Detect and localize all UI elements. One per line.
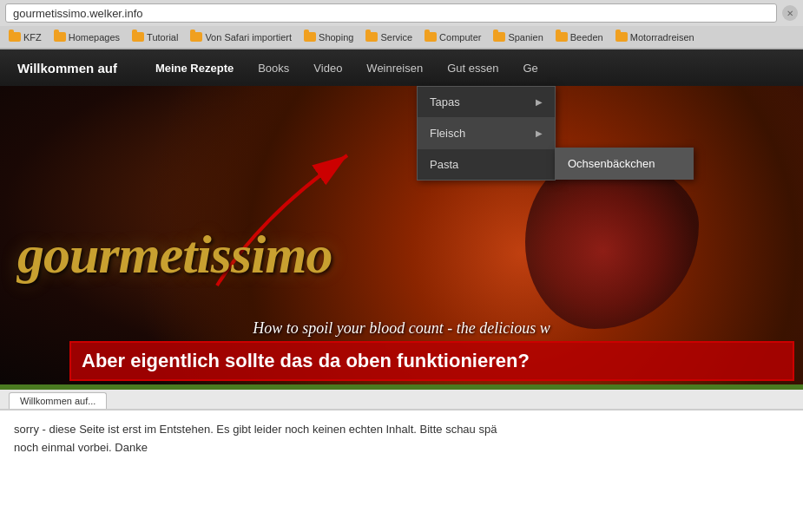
bookmark-item-shoping[interactable]: Shoping [299, 30, 359, 44]
folder-icon [425, 32, 437, 42]
hero-logo: gourmetissimo [17, 224, 332, 286]
browser-chrome: gourmetissimo.welker.info ✕ KFZHomepages… [0, 0, 803, 49]
nav-items: Meine RezepteBooksVideoWeinreisenGut ess… [143, 49, 550, 86]
fleisch-label: Fleisch [430, 127, 465, 140]
bookmark-item-spanien[interactable]: Spanien [488, 30, 548, 44]
nav-brand: Willkommen auf [17, 61, 117, 76]
nav-item-meine-rezepte[interactable]: Meine Rezepte [143, 49, 246, 86]
folder-icon [556, 32, 568, 42]
bookmark-label: Computer [439, 32, 481, 43]
bookmark-label: Service [380, 32, 412, 43]
fleisch-arrow: ▶ [536, 128, 543, 138]
annotation-box: Aber eigentlich sollte das da oben funkt… [69, 341, 794, 381]
nav-item-books[interactable]: Books [246, 49, 301, 86]
hero: gourmetissimo How to spoil your blood co… [0, 86, 803, 390]
tab-willkommen[interactable]: Willkommen auf... [9, 392, 107, 409]
submenu-item-ochsenbaeckchen[interactable]: Ochsenbäckchen [556, 148, 693, 179]
tapas-arrow: ▶ [536, 97, 543, 107]
dropdown-menu: Tapas ▶ Fleisch ▶ Ochsenbäckchen Pasta [417, 86, 556, 181]
folder-icon [304, 32, 316, 42]
content-text-2: noch einmal vorbei. Danke [14, 439, 789, 457]
dropdown-item-pasta[interactable]: Pasta [418, 149, 555, 180]
url-text: gourmetissimo.welker.info [13, 7, 143, 20]
nav-bar: Willkommen auf Meine RezepteBooksVideoWe… [0, 49, 803, 86]
bookmark-item-von-safari-importiert[interactable]: Von Safari importiert [185, 30, 297, 44]
bookmark-label: Tutorial [147, 32, 178, 43]
bookmark-label: KFZ [23, 32, 42, 43]
bookmark-label: Shoping [319, 32, 353, 43]
annotation-text: Aber eigentlich sollte das da oben funkt… [82, 350, 530, 371]
bookmark-label: Von Safari importiert [205, 32, 292, 43]
pasta-label: Pasta [430, 158, 458, 171]
dropdown-container: Tapas ▶ Fleisch ▶ Ochsenbäckchen Pasta [417, 86, 556, 181]
folder-icon [365, 32, 378, 42]
bookmark-label: Homepages [69, 32, 120, 43]
bookmark-item-beeden[interactable]: Beeden [550, 30, 609, 44]
tapas-label: Tapas [430, 95, 460, 108]
bookmark-label: Spanien [508, 32, 543, 43]
submenu: Ochsenbäckchen [555, 148, 694, 180]
green-bar [0, 384, 803, 390]
nav-item-weinreisen[interactable]: Weinreisen [354, 49, 435, 86]
dropdown-item-fleisch[interactable]: Fleisch ▶ Ochsenbäckchen [418, 118, 555, 149]
bookmarks-bar: KFZHomepagesTutorialVon Safari importier… [0, 26, 803, 49]
nav-item-gut-essen[interactable]: Gut essen [435, 49, 510, 86]
folder-icon [54, 32, 66, 42]
bookmark-label: Motorradreisen [630, 32, 694, 43]
folder-icon [9, 32, 21, 42]
address-bar-row: gourmetissimo.welker.info ✕ [0, 0, 803, 26]
address-bar[interactable]: gourmetissimo.welker.info [5, 3, 777, 23]
folder-icon [615, 32, 628, 42]
bookmark-item-computer[interactable]: Computer [419, 30, 486, 44]
bookmark-item-homepages[interactable]: Homepages [49, 30, 125, 44]
bookmark-label: Beeden [570, 32, 603, 43]
nav-item-ge[interactable]: Ge [510, 49, 550, 86]
nav-item-video[interactable]: Video [301, 49, 354, 86]
folder-icon [132, 32, 144, 42]
folder-icon [493, 32, 505, 42]
refresh-icon[interactable]: ✕ [782, 5, 798, 21]
ochsenbaeckchen-label: Ochsenbäckchen [568, 157, 655, 170]
dropdown-item-tapas[interactable]: Tapas ▶ [418, 87, 555, 118]
hero-caption: How to spoil your blood count - the deli… [0, 319, 803, 338]
tab-label: Willkommen auf... [20, 396, 95, 406]
bookmark-item-service[interactable]: Service [360, 30, 418, 44]
bookmark-item-kfz[interactable]: KFZ [3, 30, 47, 44]
content-area: sorry - diese Seite ist erst im Entstehe… [0, 410, 803, 468]
site-content: Willkommen auf Meine RezepteBooksVideoWe… [0, 49, 803, 532]
bookmark-item-tutorial[interactable]: Tutorial [127, 30, 183, 44]
folder-icon [190, 32, 202, 42]
tabs-bar: Willkommen auf... [0, 390, 803, 410]
bookmark-item-motorradreisen[interactable]: Motorradreisen [610, 30, 700, 44]
content-text-1: sorry - diese Seite ist erst im Entstehe… [14, 421, 789, 439]
